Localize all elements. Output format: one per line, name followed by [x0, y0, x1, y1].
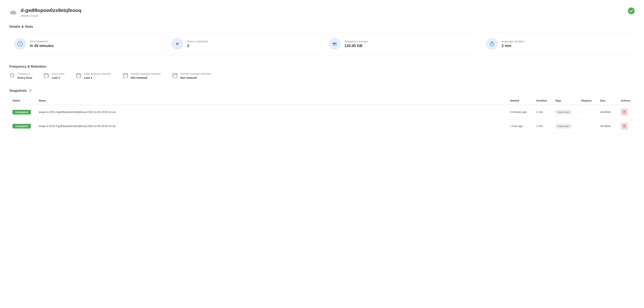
- status-check-icon: [628, 7, 634, 14]
- page-header: d-gw89opow0zs9etqfeouq Alibaba Cloud: [10, 7, 634, 17]
- calendar-icon-hourly: [44, 73, 49, 78]
- stat-label-next-snapshot: Next snapshot: [30, 40, 54, 43]
- calendar-icon-monthly: [172, 73, 178, 78]
- svg-rect-21: [123, 74, 128, 78]
- freq-value-frequency: Every hour: [18, 76, 32, 79]
- freq-grid: Frequency Every hour Every hour Last 1: [10, 72, 634, 79]
- play-icon: [174, 41, 180, 47]
- stat-card-storage: Snapshots storage 120.00 GB: [324, 32, 478, 55]
- stat-info-storage: Snapshots storage 120.00 GB: [344, 40, 368, 48]
- svg-rect-6: [332, 44, 337, 45]
- clock-icon: [17, 41, 23, 47]
- table-header-row: Status Name Started Duration Tags Region…: [10, 96, 634, 105]
- freq-value-monthly: Not retained: [180, 76, 211, 79]
- status-badge-0: Completed: [12, 110, 31, 114]
- cell-name-1: weap-io-2233-d-gw89opow0zs9etqfeouq-2020…: [36, 119, 507, 133]
- snapshots-header: Snapshots ☰: [10, 89, 634, 93]
- stat-label-avg-duration: Avgerage duration: [502, 40, 524, 43]
- cell-actions-0: [618, 105, 634, 119]
- active-snapshots-icon-circle: [172, 38, 184, 50]
- header-info: d-gw89opow0zs9etqfeouq Alibaba Cloud: [21, 7, 82, 17]
- stat-value-storage: 120.00 GB: [344, 44, 368, 48]
- freq-label-frequency: Frequency: [18, 72, 32, 75]
- snapshots-title: Snapshots: [10, 89, 27, 93]
- tag-badge-1: Every hour: [555, 124, 572, 128]
- svg-point-7: [336, 43, 336, 44]
- freq-item-frequency: Frequency Every hour: [10, 72, 32, 79]
- cell-duration-0: 2 min.: [533, 105, 552, 119]
- calendar-icon-weekly: [123, 73, 128, 78]
- cell-started-0: 9 minutes ago: [507, 105, 533, 119]
- details-stats-title: Details & Stats: [10, 25, 634, 29]
- freq-info-daily: Daily backups retention Last 1: [84, 72, 112, 79]
- snapshots-table: Status Name Started Duration Tags Region…: [10, 96, 634, 133]
- trash-icon: [623, 125, 626, 128]
- freq-info-hourly: Every hour Last 1: [52, 72, 64, 79]
- col-header-actions: Actions: [618, 96, 634, 105]
- page-title: d-gw89opow0zs9etqfeouq: [21, 7, 82, 13]
- freq-label-hourly: Every hour: [52, 72, 64, 75]
- cell-regions-1: -: [578, 119, 597, 133]
- stat-card-avg-duration: Avgerage duration 2 min: [481, 32, 635, 55]
- snapshots-section: Snapshots ☰ Status Name Started Duration…: [10, 89, 634, 133]
- cloud-icon: [10, 8, 18, 16]
- cell-size-0: 40.00GB: [597, 105, 618, 119]
- table-row: Completed weap-io-2233-d-gw89opow0zs9etq…: [10, 119, 634, 133]
- cell-duration-1: 2 min.: [533, 119, 552, 133]
- stat-value-active-snapshots: 3: [187, 44, 208, 48]
- col-header-status: Status: [10, 96, 36, 105]
- cell-tags-0: Every hour: [552, 105, 578, 119]
- frequency-retention-section: Frequency & Retention Frequency Every ho…: [10, 65, 634, 79]
- table-row: Completed weap-io-2233-d-gw89opow0zs9etq…: [10, 105, 634, 119]
- svg-rect-17: [76, 74, 81, 78]
- svg-point-0: [628, 7, 634, 14]
- col-header-size: Size: [597, 96, 618, 105]
- freq-item-daily: Daily backups retention Last 1: [76, 72, 112, 79]
- col-header-started: Started: [507, 96, 533, 105]
- stat-label-storage: Snapshots storage: [344, 40, 368, 43]
- freq-info-frequency: Frequency Every hour: [18, 72, 32, 79]
- stat-value-next-snapshot: In 49 minutes: [30, 44, 54, 48]
- freq-item-monthly: Monthly backups retention Not retained: [172, 72, 211, 79]
- svg-rect-32: [623, 125, 625, 127]
- page-subtitle: Alibaba Cloud: [21, 14, 82, 17]
- storage-icon-circle: [328, 38, 340, 50]
- history-icon: [10, 73, 15, 78]
- stat-card-next-snapshot: Next snapshot In 49 minutes: [10, 32, 163, 55]
- stats-grid: Next snapshot In 49 minutes Active snaps…: [10, 32, 634, 55]
- cell-status-1: Completed: [10, 119, 36, 133]
- freq-info-monthly: Monthly backups retention Not retained: [180, 72, 211, 79]
- cell-tags-1: Every hour: [552, 119, 578, 133]
- freq-item-weekly: Weekly backups retention Not retained: [123, 72, 161, 79]
- col-header-name: Name: [36, 96, 507, 105]
- stat-info-avg-duration: Avgerage duration 2 min: [502, 40, 524, 48]
- freq-value-daily: Last 1: [84, 76, 112, 79]
- cell-status-0: Completed: [10, 105, 36, 119]
- col-header-duration: Duration: [533, 96, 552, 105]
- delete-button-0[interactable]: [621, 108, 628, 116]
- storage-icon: [332, 41, 338, 47]
- cell-name-0: weap-io-2233-d-gw89opow0zs9etqfeouq-2020…: [36, 105, 507, 119]
- delete-button-1[interactable]: [621, 122, 628, 130]
- stat-card-active-snapshots: Active snapshots 3: [167, 32, 320, 55]
- stat-label-active-snapshots: Active snapshots: [187, 40, 208, 43]
- svg-rect-25: [173, 74, 177, 78]
- col-header-tags: Tags: [552, 96, 578, 105]
- freq-value-weekly: Not retained: [131, 76, 161, 79]
- freq-item-hourly: Every hour Last 1: [44, 72, 64, 79]
- cell-size-1: 40.00GB: [597, 119, 618, 133]
- calendar-icon-daily: [76, 73, 82, 78]
- stat-info-next-snapshot: Next snapshot In 49 minutes: [30, 40, 54, 48]
- svg-line-3: [20, 44, 21, 44]
- next-snapshot-icon-circle: [14, 38, 26, 50]
- cell-actions-1: [618, 119, 634, 133]
- freq-label-weekly: Weekly backups retention: [131, 72, 161, 75]
- tag-badge-0: Every hour: [555, 110, 572, 114]
- freq-section-title: Frequency & Retention: [10, 65, 634, 68]
- cell-regions-0: -: [578, 105, 597, 119]
- freq-info-weekly: Weekly backups retention Not retained: [131, 72, 161, 79]
- menu-icon[interactable]: ☰: [29, 89, 32, 93]
- trash-icon: [623, 110, 626, 113]
- svg-rect-29: [623, 111, 625, 113]
- stat-value-avg-duration: 2 min: [502, 44, 524, 48]
